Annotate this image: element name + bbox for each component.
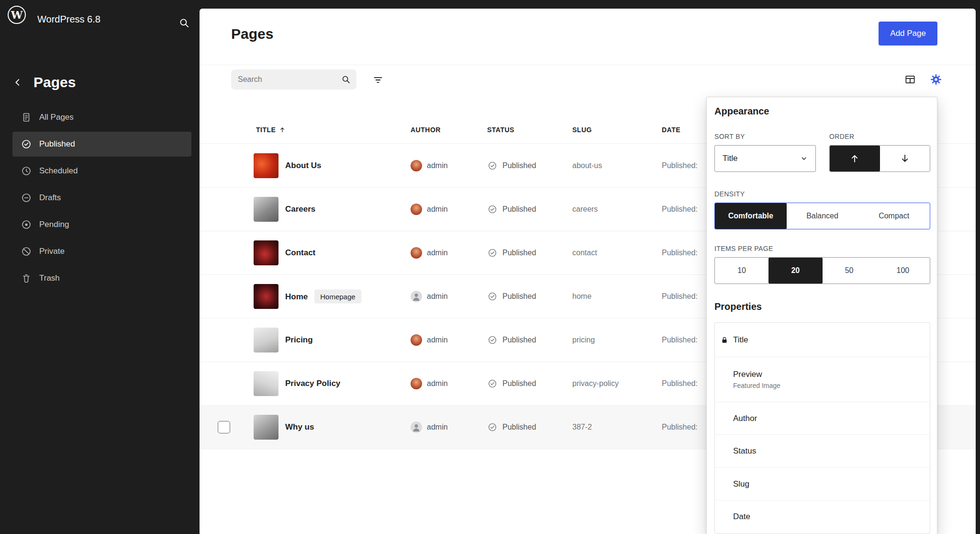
date-text: Published:	[662, 379, 698, 388]
sort-descending-button[interactable]	[880, 146, 930, 171]
wordpress-logo[interactable]: W	[8, 6, 26, 24]
pending-icon	[20, 218, 33, 231]
lock-icon	[720, 336, 729, 344]
layout-table-button[interactable]	[901, 70, 920, 89]
items-per-page-option-20[interactable]: 20	[768, 258, 822, 284]
sort-by-value: Title	[723, 154, 738, 163]
page-title-link[interactable]: Contact	[285, 248, 315, 258]
column-header-status[interactable]: STATUS	[487, 126, 514, 134]
author-avatar	[411, 291, 422, 302]
property-sublabel: Featured Image	[733, 382, 922, 389]
column-label: SLUG	[572, 126, 592, 134]
add-page-button[interactable]: Add Page	[879, 22, 937, 45]
column-header-title[interactable]: TITLE	[256, 126, 286, 134]
search-icon	[341, 74, 351, 85]
author-avatar	[411, 334, 422, 346]
page-title-link[interactable]: Pricing	[285, 335, 313, 345]
sidebar-item-all-pages[interactable]: All Pages	[12, 105, 191, 130]
sort-ascending-button[interactable]	[830, 146, 880, 171]
column-header-slug[interactable]: SLUG	[572, 126, 592, 134]
status-published-icon	[487, 248, 498, 258]
status-text: Published	[502, 379, 536, 388]
view-options-button[interactable]	[926, 70, 946, 89]
items-per-page-option-100[interactable]: 100	[876, 258, 930, 284]
date-text: Published:	[662, 161, 698, 170]
slug-text: home	[572, 292, 591, 301]
slug-text: careers	[572, 205, 598, 214]
app-title: WordPress 6.8	[37, 14, 100, 25]
author-name: admin	[427, 292, 448, 301]
property-row-slug[interactable]: Slug	[715, 468, 930, 500]
add-filter-button[interactable]	[369, 71, 387, 89]
page-title-link[interactable]: Privacy Policy	[285, 379, 340, 388]
arrow-up-icon	[849, 153, 860, 164]
private-icon	[20, 245, 33, 258]
search-icon	[178, 17, 190, 29]
sidebar-item-label: Published	[39, 139, 75, 149]
order-toggle-group	[829, 145, 930, 172]
page-title-link[interactable]: Home	[285, 292, 308, 301]
view-options-panel: Appearance SORT BY ORDER Title DENSITY C…	[706, 97, 937, 534]
status-published-icon	[487, 204, 498, 215]
property-label: Preview	[733, 370, 922, 379]
page-thumbnail	[254, 284, 278, 309]
table-layout-icon	[904, 73, 916, 86]
sidebar-item-pending[interactable]: Pending	[12, 212, 191, 237]
status-published-icon	[487, 378, 498, 389]
property-row-date[interactable]: Date	[715, 500, 930, 533]
chevron-down-icon	[799, 154, 809, 163]
page-thumbnail	[254, 240, 278, 265]
page-title-link[interactable]: Careers	[285, 205, 315, 214]
slug-text: 387-2	[572, 423, 592, 432]
author-avatar	[411, 160, 422, 171]
row-checkbox[interactable]	[218, 421, 230, 433]
property-row-preview[interactable]: Preview Featured Image	[715, 357, 930, 402]
page-thumbnail	[254, 371, 278, 396]
property-row-author[interactable]: Author	[715, 402, 930, 435]
author-name: admin	[427, 205, 448, 214]
density-option-comfortable[interactable]: Comfortable	[715, 203, 787, 229]
sidebar-item-drafts[interactable]: Drafts	[12, 185, 191, 210]
items-per-page-option-50[interactable]: 50	[823, 258, 876, 284]
sidebar-item-private[interactable]: Private	[12, 239, 191, 264]
slug-text: contact	[572, 249, 597, 257]
items-per-page-label: ITEMS PER PAGE	[714, 245, 773, 252]
property-label: Title	[733, 335, 922, 345]
items-per-page-option-10[interactable]: 10	[715, 258, 768, 284]
author-avatar	[411, 421, 422, 433]
sidebar-search-button[interactable]	[174, 13, 194, 33]
search-box[interactable]	[231, 69, 356, 90]
order-label: ORDER	[829, 133, 855, 140]
author-name: admin	[427, 336, 448, 344]
scheduled-icon	[20, 165, 33, 177]
status-text: Published	[502, 423, 536, 432]
column-header-date[interactable]: DATE	[662, 126, 680, 134]
sidebar-item-scheduled[interactable]: Scheduled	[12, 159, 191, 183]
panel-title: Appearance	[714, 106, 769, 117]
properties-list: Title Preview Featured Image Author Stat…	[714, 322, 930, 534]
author-avatar	[411, 378, 422, 389]
page-title-link[interactable]: About Us	[285, 161, 322, 170]
back-button[interactable]	[10, 74, 26, 91]
sidebar-item-label: Trash	[39, 273, 60, 283]
density-option-compact[interactable]: Compact	[858, 203, 930, 229]
search-input[interactable]	[238, 75, 337, 84]
arrow-down-icon	[899, 153, 911, 164]
status-text: Published	[502, 249, 536, 257]
column-label: TITLE	[256, 126, 276, 134]
sidebar-item-published[interactable]: Published	[12, 132, 191, 157]
author-name: admin	[427, 423, 448, 432]
sort-by-select[interactable]: Title	[714, 145, 816, 172]
items-per-page-toggle-group: 10 20 50 100	[714, 257, 930, 284]
property-label: Date	[733, 512, 922, 522]
property-row-title[interactable]: Title	[715, 323, 930, 357]
gear-icon	[930, 73, 942, 86]
column-header-author[interactable]: AUTHOR	[411, 126, 441, 134]
page-title-link[interactable]: Why us	[285, 422, 314, 432]
column-label: AUTHOR	[411, 126, 441, 134]
property-row-status[interactable]: Status	[715, 435, 930, 468]
sidebar-item-trash[interactable]: Trash	[12, 266, 191, 291]
property-label: Author	[733, 414, 922, 423]
density-option-balanced[interactable]: Balanced	[787, 203, 858, 229]
page-thumbnail	[254, 415, 278, 440]
